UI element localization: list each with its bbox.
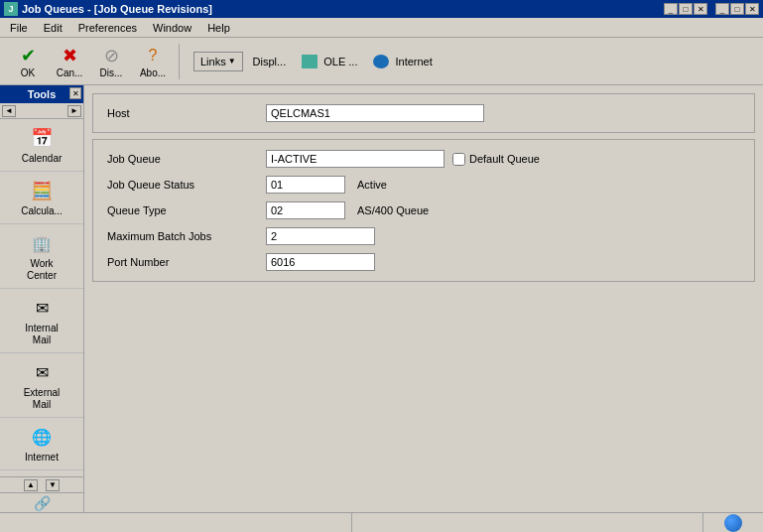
app-icon: J <box>4 2 18 16</box>
status-right <box>703 513 763 532</box>
job-queue-label: Job Queue <box>107 153 266 165</box>
max-batch-jobs-row: Maximum Batch Jobs <box>107 227 740 245</box>
status-bar <box>0 512 763 532</box>
job-queue-status-text: Active <box>357 179 387 191</box>
menu-edit[interactable]: Edit <box>38 20 68 36</box>
cancel-label: Can... <box>57 67 83 78</box>
status-globe-icon <box>724 514 742 532</box>
ok-button[interactable]: ✔ OK <box>8 43 48 80</box>
sidebar-scroll-right-button[interactable]: ► <box>67 105 81 117</box>
cancel-button[interactable]: ✖ Can... <box>50 43 89 80</box>
max-batch-jobs-label: Maximum Batch Jobs <box>107 230 266 242</box>
sidebar-item-internal-mail[interactable]: ✉ Internal Mail <box>0 289 83 353</box>
dis-icon: ⊘ <box>100 45 122 66</box>
sidebar-item-external-mail[interactable]: ✉ External Mail <box>0 353 83 418</box>
sidebar-close-button[interactable]: ✕ <box>69 87 81 99</box>
sidebar-items: 📅 Calendar 🧮 Calcula... 🏢 Work Center ✉ … <box>0 119 83 476</box>
sidebar: Tools ✕ ◄ ► 📅 Calendar 🧮 Calcula... 🏢 Wo… <box>0 85 84 512</box>
sidebar-item-workcenter[interactable]: 🏢 Work Center <box>0 224 83 289</box>
ole-button[interactable]: OLE ... <box>296 52 363 71</box>
calculator-icon: 🧮 <box>29 178 55 203</box>
close-button[interactable]: ✕ <box>694 3 707 15</box>
sidebar-title: Tools <box>28 88 57 100</box>
abo-button[interactable]: ? Abo... <box>133 43 173 80</box>
toolbar-separator <box>179 44 180 79</box>
default-queue-label: Default Queue <box>469 153 540 165</box>
cancel-icon: ✖ <box>59 45 80 66</box>
host-section: Host <box>92 93 755 133</box>
sidebar-scroll-up-button[interactable]: ▲ <box>24 479 38 491</box>
ole-icon-img <box>302 55 318 68</box>
status-left <box>0 513 352 532</box>
default-queue-row: Default Queue <box>452 153 540 166</box>
external-mail-icon: ✉ <box>29 359 55 385</box>
host-row: Host <box>107 104 740 122</box>
sidebar-item-workcenter-label: Work Center <box>27 258 57 282</box>
sidebar-item-internal-mail-label: Internal Mail <box>25 323 58 346</box>
main-layout: Tools ✕ ◄ ► 📅 Calendar 🧮 Calcula... 🏢 Wo… <box>0 85 763 512</box>
dis-button[interactable]: ⊘ Dis... <box>91 43 131 80</box>
status-mid <box>352 513 704 532</box>
inner-minimize-button[interactable]: _ <box>715 3 729 15</box>
ok-icon: ✔ <box>17 45 39 66</box>
window-title: Job Queues - [Job Queue Revisions] <box>22 3 212 15</box>
ok-label: OK <box>21 67 35 78</box>
job-queue-status-input[interactable] <box>266 176 345 194</box>
sidebar-bottom-icon: 🔗 <box>0 492 83 512</box>
toolbar-right: Links ▼ Displ... OLE ... Internet <box>193 52 439 71</box>
sidebar-item-calendar-label: Calendar <box>22 153 63 165</box>
internet-icon-img <box>373 55 389 68</box>
sidebar-scroll-down-button[interactable]: ▼ <box>46 479 60 491</box>
internal-mail-icon: ✉ <box>29 295 55 321</box>
menu-help[interactable]: Help <box>201 20 236 36</box>
toolbar: ✔ OK ✖ Can... ⊘ Dis... ? Abo... Links ▼ … <box>0 38 763 85</box>
job-queue-status-label: Job Queue Status <box>107 179 266 191</box>
menu-file[interactable]: File <box>4 20 34 36</box>
job-queue-row: Job Queue Default Queue <box>107 150 740 168</box>
menu-bar: File Edit Preferences Window Help <box>0 18 763 38</box>
sidebar-header: Tools ✕ <box>0 85 83 103</box>
title-bar-controls: _ □ ✕ _ □ ✕ <box>664 3 759 15</box>
sidebar-item-calendar[interactable]: 📅 Calendar <box>0 119 83 172</box>
abo-icon: ? <box>142 45 164 66</box>
sidebar-scroll-bottom: ▲ ▼ <box>0 476 83 492</box>
links-button[interactable]: Links ▼ <box>193 52 243 71</box>
queue-type-input[interactable] <box>266 201 345 219</box>
host-label: Host <box>107 107 266 119</box>
dis-label: Dis... <box>100 67 123 78</box>
sidebar-scroll-top: ◄ ► <box>0 103 83 119</box>
calendar-icon: 📅 <box>29 125 55 151</box>
internet-button[interactable]: Internet <box>367 52 438 71</box>
links-dropdown-icon: ▼ <box>228 57 236 66</box>
job-queue-section: Job Queue Default Queue Job Queue Status… <box>92 139 755 282</box>
sidebar-item-internet[interactable]: 🌐 Internet <box>0 418 83 470</box>
port-number-input[interactable] <box>266 253 375 271</box>
internet-label: Internet <box>395 56 432 67</box>
max-batch-jobs-input[interactable] <box>266 227 375 245</box>
host-input[interactable] <box>266 104 484 122</box>
queue-type-label: Queue Type <box>107 204 266 216</box>
sidebar-item-calculator[interactable]: 🧮 Calcula... <box>0 172 83 224</box>
inner-close-button[interactable]: ✕ <box>745 3 759 15</box>
sidebar-item-calculator-label: Calcula... <box>21 205 63 217</box>
menu-window[interactable]: Window <box>147 20 197 36</box>
displ-button[interactable]: Displ... <box>247 53 293 70</box>
queue-type-row: Queue Type AS/400 Queue <box>107 201 740 219</box>
content-area: Host Job Queue Default Queue Job Queue S… <box>84 85 763 512</box>
job-queue-input[interactable] <box>266 150 445 168</box>
links-label: Links <box>200 56 226 67</box>
abo-label: Abo... <box>140 67 166 78</box>
sidebar-item-external-mail-label: External Mail <box>24 387 61 411</box>
inner-maximize-button[interactable]: □ <box>730 3 744 15</box>
default-queue-checkbox[interactable] <box>452 153 465 166</box>
queue-type-text: AS/400 Queue <box>357 204 429 216</box>
maximize-button[interactable]: □ <box>679 3 693 15</box>
ole-label: OLE ... <box>323 56 357 67</box>
sidebar-item-internet-label: Internet <box>25 452 59 464</box>
menu-preferences[interactable]: Preferences <box>72 20 143 36</box>
minimize-button[interactable]: _ <box>664 3 678 15</box>
port-number-row: Port Number <box>107 253 740 271</box>
port-number-label: Port Number <box>107 256 266 268</box>
sidebar-scroll-left-button[interactable]: ◄ <box>2 105 16 117</box>
internet-sidebar-icon: 🌐 <box>29 424 55 450</box>
